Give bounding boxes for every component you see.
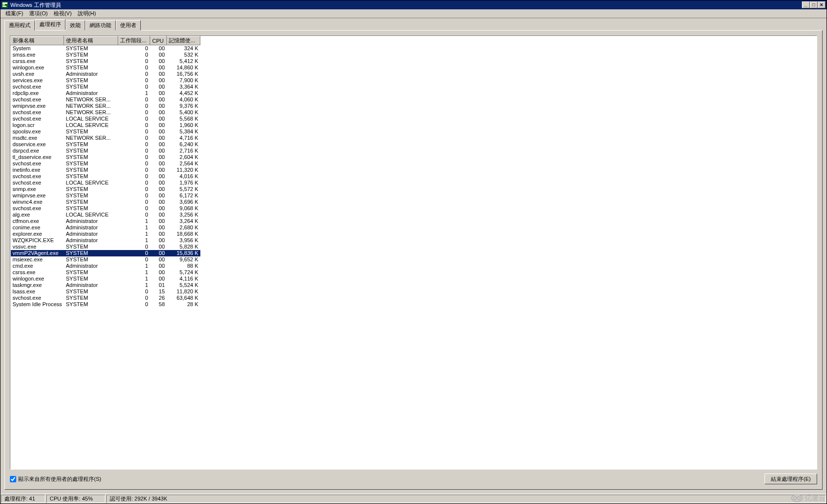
cell-memory: 28 K bbox=[167, 301, 200, 308]
cell-cpu: 00 bbox=[150, 199, 167, 205]
table-row[interactable]: dsservice.exeSYSTEM0006,240 K bbox=[11, 141, 200, 148]
tab-performance[interactable]: 效能 bbox=[65, 20, 85, 31]
cell-session: 0 bbox=[118, 180, 150, 186]
tab-processes[interactable]: 處理程序 bbox=[35, 19, 65, 30]
cell-memory: 18,668 K bbox=[167, 231, 200, 237]
table-row[interactable]: svchost.exeLOCAL SERVICE0005,568 K bbox=[11, 116, 200, 122]
cell-session: 1 bbox=[118, 231, 150, 237]
table-row[interactable]: uvsh.exeAdministrator00016,756 K bbox=[11, 71, 200, 77]
minimize-button[interactable]: _ bbox=[802, 1, 810, 8]
cell-cpu: 00 bbox=[150, 224, 167, 231]
table-row[interactable]: msdtc.exeNETWORK SER...0004,716 K bbox=[11, 135, 200, 141]
cell-image: svchost.exe bbox=[11, 96, 64, 103]
table-row[interactable]: WZQKPICK.EXEAdministrator1003,956 K bbox=[11, 237, 200, 244]
table-row[interactable]: ctfmon.exeAdministrator1003,264 K bbox=[11, 218, 200, 224]
table-row[interactable]: csrss.exeSYSTEM1005,724 K bbox=[11, 269, 200, 276]
header-session-id[interactable]: 工作階段... bbox=[118, 36, 150, 45]
cell-cpu: 00 bbox=[150, 84, 167, 90]
cell-image: rdpclip.exe bbox=[11, 90, 64, 96]
table-row[interactable]: svchost.exeSYSTEM0003,364 K bbox=[11, 84, 200, 90]
show-all-users-label[interactable]: 顯示來自所有使用者的處理程序(S) bbox=[10, 475, 761, 483]
process-listview[interactable]: 影像名稱 使用者名稱 工作階段... CPU 記憶體使... SystemSYS… bbox=[10, 35, 817, 470]
table-row[interactable]: cmd.exeAdministrator10088 K bbox=[11, 263, 200, 269]
cell-image: inetinfo.exe bbox=[11, 167, 64, 173]
table-row[interactable]: svchost.exeSYSTEM02663,648 K bbox=[11, 295, 200, 301]
end-process-button[interactable]: 結束處理程序(E) bbox=[764, 473, 817, 484]
table-row[interactable]: explorer.exeAdministrator10018,668 K bbox=[11, 231, 200, 237]
table-row[interactable]: svchost.exeSYSTEM0009,068 K bbox=[11, 205, 200, 212]
cell-memory: 11,820 K bbox=[167, 288, 200, 295]
cell-image: csrss.exe bbox=[11, 269, 64, 276]
cell-memory: 88 K bbox=[167, 263, 200, 269]
table-row[interactable]: wmiprvse.exeNETWORK SER...0009,376 K bbox=[11, 103, 200, 109]
show-all-users-checkbox[interactable] bbox=[10, 476, 16, 482]
cell-cpu: 00 bbox=[150, 45, 167, 52]
tab-users[interactable]: 使用者 bbox=[116, 20, 141, 31]
titlebar[interactable]: Windows 工作管理員 _ □ ✕ bbox=[0, 0, 827, 9]
cell-cpu: 00 bbox=[150, 116, 167, 122]
cell-image: winvnc4.exe bbox=[11, 199, 64, 205]
cell-image: lsass.exe bbox=[11, 288, 64, 295]
table-row[interactable]: taskmgr.exeAdministrator1015,524 K bbox=[11, 282, 200, 288]
table-row[interactable]: rdpclip.exeAdministrator1004,452 K bbox=[11, 90, 200, 96]
cell-image: winlogon.exe bbox=[11, 64, 64, 71]
cell-user: NETWORK SER... bbox=[64, 109, 118, 116]
tab-applications[interactable]: 應用程式 bbox=[4, 20, 35, 31]
table-row[interactable]: lsass.exeSYSTEM01511,820 K bbox=[11, 288, 200, 295]
table-row[interactable]: inetinfo.exeSYSTEM00011,320 K bbox=[11, 167, 200, 173]
menu-file[interactable]: 檔案(F) bbox=[2, 9, 26, 18]
header-user-name[interactable]: 使用者名稱 bbox=[64, 36, 118, 45]
cell-image: spoolsv.exe bbox=[11, 128, 64, 135]
cell-session: 0 bbox=[118, 52, 150, 58]
table-row[interactable]: services.exeSYSTEM0007,900 K bbox=[11, 77, 200, 84]
cell-cpu: 00 bbox=[150, 64, 167, 71]
cell-image: explorer.exe bbox=[11, 231, 64, 237]
table-row[interactable]: winlogon.exeSYSTEM00014,860 K bbox=[11, 64, 200, 71]
table-row[interactable]: svchost.exeLOCAL SERVICE0001,976 K bbox=[11, 180, 200, 186]
header-cpu[interactable]: CPU bbox=[150, 36, 167, 45]
table-row[interactable]: logon.scrLOCAL SERVICE0001,960 K bbox=[11, 122, 200, 128]
table-row[interactable]: SystemSYSTEM000324 K bbox=[11, 45, 200, 52]
table-row[interactable]: svchost.exeNETWORK SER...0005,400 K bbox=[11, 109, 200, 116]
table-row[interactable]: conime.exeAdministrator1002,680 K bbox=[11, 224, 200, 231]
cell-session: 0 bbox=[118, 58, 150, 64]
cell-user: SYSTEM bbox=[64, 295, 118, 301]
menu-options[interactable]: 選項(O) bbox=[26, 9, 51, 18]
table-row[interactable]: csrss.exeSYSTEM0005,412 K bbox=[11, 58, 200, 64]
cell-session: 0 bbox=[118, 205, 150, 212]
cell-image: winlogon.exe bbox=[11, 276, 64, 282]
table-row[interactable]: snmp.exeSYSTEM0005,572 K bbox=[11, 186, 200, 192]
table-row[interactable]: msiexec.exeSYSTEM0009,652 K bbox=[11, 256, 200, 263]
cell-user: SYSTEM bbox=[64, 269, 118, 276]
table-row[interactable]: vssvc.exeSYSTEM0005,828 K bbox=[11, 244, 200, 250]
cell-memory: 5,384 K bbox=[167, 128, 200, 135]
menu-view[interactable]: 檢視(V) bbox=[51, 9, 75, 18]
menu-help[interactable]: 說明(H) bbox=[75, 9, 99, 18]
table-row[interactable]: smss.exeSYSTEM000532 K bbox=[11, 52, 200, 58]
cell-session: 0 bbox=[118, 128, 150, 135]
table-row[interactable]: winlogon.exeSYSTEM1004,116 K bbox=[11, 276, 200, 282]
header-memory[interactable]: 記憶體使... bbox=[167, 36, 200, 45]
table-row[interactable]: alg.exeLOCAL SERVICE0003,256 K bbox=[11, 212, 200, 218]
cell-session: 0 bbox=[118, 186, 150, 192]
table-row[interactable]: dsrpcd.exeSYSTEM0002,716 K bbox=[11, 148, 200, 154]
bottom-row: 顯示來自所有使用者的處理程序(S) 結束處理程序(E) bbox=[10, 473, 817, 484]
table-row[interactable]: tl_dsservice.exeSYSTEM0002,604 K bbox=[11, 154, 200, 160]
table-row[interactable]: spoolsv.exeSYSTEM0005,384 K bbox=[11, 128, 200, 135]
table-row[interactable]: wmiprvse.exeSYSTEM0006,172 K bbox=[11, 192, 200, 199]
table-row[interactable]: winvnc4.exeSYSTEM0003,696 K bbox=[11, 199, 200, 205]
table-row[interactable]: System Idle ProcessSYSTEM05828 K bbox=[11, 301, 200, 308]
maximize-button[interactable]: □ bbox=[810, 1, 818, 8]
table-row[interactable]: svchost.exeSYSTEM0004,016 K bbox=[11, 173, 200, 180]
table-row[interactable]: svchost.exeNETWORK SER...0004,060 K bbox=[11, 96, 200, 103]
cell-cpu: 00 bbox=[150, 77, 167, 84]
cell-image: logon.scr bbox=[11, 122, 64, 128]
table-row[interactable]: svchost.exeSYSTEM0002,564 K bbox=[11, 160, 200, 167]
tab-networking[interactable]: 網路功能 bbox=[85, 20, 116, 31]
cell-image: alg.exe bbox=[11, 212, 64, 218]
header-image-name[interactable]: 影像名稱 bbox=[11, 36, 64, 45]
table-row[interactable]: vmmP2VAgent.exeSYSTEM00015,836 K bbox=[11, 250, 200, 256]
cell-session: 1 bbox=[118, 90, 150, 96]
cell-session: 1 bbox=[118, 269, 150, 276]
close-button[interactable]: ✕ bbox=[818, 1, 826, 8]
